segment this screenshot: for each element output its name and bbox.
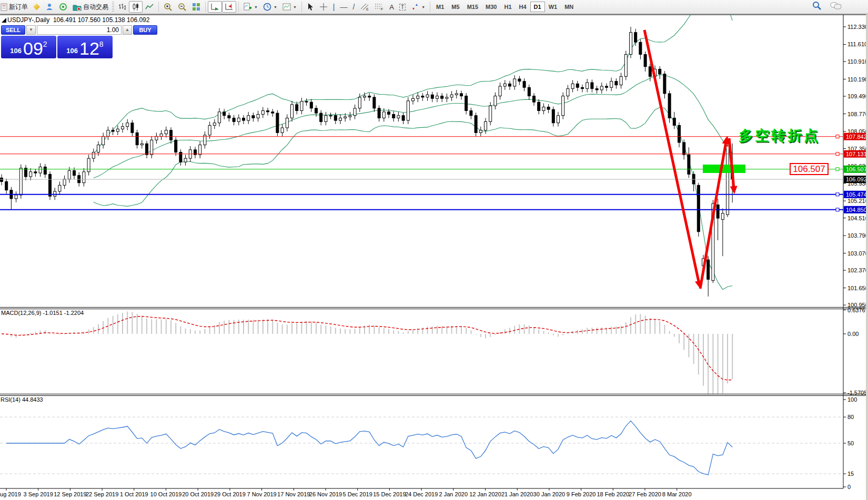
svg-text:2 Jan 2020: 2 Jan 2020 <box>439 491 468 497</box>
price-axis[interactable]: 112.330111.610110.910110.190109.490108.7… <box>843 24 868 490</box>
periods-button[interactable]: ▼ <box>260 1 280 13</box>
svg-text:20 Oct 2019: 20 Oct 2019 <box>182 491 214 497</box>
trendline-button[interactable]: / <box>350 1 357 13</box>
buy-price-tile[interactable]: 106 12 8 <box>57 36 113 58</box>
new-order-button[interactable]: 新订单 <box>0 1 31 13</box>
arrows-button[interactable]: ▼ <box>408 1 428 13</box>
timeframe-d1[interactable]: D1 <box>530 2 545 12</box>
new-order-icon <box>1 3 7 11</box>
svg-text:26 Nov 2019: 26 Nov 2019 <box>309 491 342 497</box>
crosshair-button[interactable] <box>317 1 330 13</box>
zoom-out-button[interactable] <box>175 1 189 13</box>
svg-text:110.910: 110.910 <box>847 58 868 65</box>
buy-price-small: 106 <box>66 47 78 55</box>
indicators-button[interactable]: ▼ <box>241 1 260 13</box>
new-order-label: 新订单 <box>9 3 28 12</box>
toolbar-separator <box>301 2 302 12</box>
horizontal-line-button[interactable]: — <box>337 1 350 13</box>
highlight-rect[interactable] <box>703 165 745 173</box>
svg-text:30 Jan 2020: 30 Jan 2020 <box>533 491 566 497</box>
toolbar-group-handle[interactable] <box>112 2 114 12</box>
text-button[interactable]: A <box>387 1 397 13</box>
arrows-shapes-icon <box>411 3 419 11</box>
timeframe-w1[interactable]: W1 <box>545 2 561 12</box>
timeframe-m1[interactable]: M1 <box>432 2 448 12</box>
timeframe-h1[interactable]: H1 <box>500 2 515 12</box>
svg-text:12 Jan 2020: 12 Jan 2020 <box>469 491 501 497</box>
svg-text:104.510: 104.510 <box>847 215 868 221</box>
svg-text:80: 80 <box>847 414 854 420</box>
timeframe-mn[interactable]: MN <box>561 2 577 12</box>
sell-button[interactable]: SELL <box>1 25 25 35</box>
sell-price-small: 106 <box>10 47 22 55</box>
sell-price-tile[interactable]: 106 09 2 <box>1 36 56 58</box>
svg-text:F: F <box>381 7 383 11</box>
text-label-button[interactable]: T <box>397 1 408 13</box>
svg-text:10 Oct 2019: 10 Oct 2019 <box>150 491 182 497</box>
turning-point-annotation[interactable]: 多空转折点 <box>739 126 820 145</box>
svg-text:103.070: 103.070 <box>847 250 868 257</box>
svg-text:12 Sep 2019: 12 Sep 2019 <box>54 491 86 497</box>
timeframe-m5[interactable]: M5 <box>448 2 463 12</box>
bar-chart-button[interactable] <box>115 1 129 13</box>
candlestick-chart-button[interactable] <box>129 1 143 13</box>
channel-button[interactable]: E <box>357 1 372 13</box>
sell-price-big: 09 <box>23 40 43 57</box>
price-level-label[interactable]: 106.507 <box>790 163 829 175</box>
timeframe-m30[interactable]: M30 <box>482 2 500 12</box>
pane-separator-rsi[interactable] <box>0 394 868 394</box>
volume-down-button[interactable]: ▼ <box>26 25 36 35</box>
volume-input[interactable] <box>37 25 122 35</box>
rsi-indicator-label: RSI(14) 44.8433 <box>1 396 43 403</box>
chat-icon[interactable] <box>830 2 842 10</box>
autotrading-label: 自动交易 <box>83 3 108 12</box>
chart-canvas[interactable]: 112.330111.610110.910110.190109.490108.7… <box>0 14 868 500</box>
svg-text:0.6376: 0.6376 <box>847 307 865 313</box>
vertical-line-icon: | <box>333 3 335 11</box>
autoscroll-button[interactable] <box>208 1 222 13</box>
timeframe-m15[interactable]: M15 <box>463 2 482 12</box>
toolbar: 新订单 自动交易 ▼ ▼ ▼ <box>0 0 868 14</box>
toolbar-separator <box>205 2 206 12</box>
search-icon[interactable] <box>812 1 822 11</box>
svg-text:1 Oct 2019: 1 Oct 2019 <box>120 491 148 497</box>
zoom-in-button[interactable] <box>161 1 175 13</box>
cursor-button[interactable] <box>304 1 317 13</box>
tile-windows-button[interactable] <box>189 1 203 13</box>
autotrading-icon <box>73 3 82 11</box>
volume-up-button[interactable]: ▲ <box>123 25 132 35</box>
svg-text:106.092: 106.092 <box>846 176 867 182</box>
signals-button[interactable] <box>56 1 70 13</box>
timeframe-h4[interactable]: H4 <box>516 2 530 12</box>
buy-price-big: 12 <box>79 40 99 57</box>
svg-text:105.210: 105.210 <box>847 198 868 204</box>
pane-separator-rsi-2 <box>0 395 868 396</box>
bar-chart-icon <box>118 3 126 11</box>
svg-text:15 Dec 2019: 15 Dec 2019 <box>373 491 406 497</box>
svg-text:5 Aug 2019: 5 Aug 2019 <box>0 491 21 497</box>
vertical-line-button[interactable]: | <box>330 1 338 13</box>
svg-text:17 Nov 2019: 17 Nov 2019 <box>277 491 310 497</box>
community-button[interactable] <box>43 1 56 13</box>
chart-shift-button[interactable] <box>222 1 236 13</box>
autotrading-button[interactable]: 自动交易 <box>70 1 111 13</box>
templates-button[interactable]: ▼ <box>280 1 299 13</box>
chart-window[interactable]: 112.330111.610110.910110.190109.490108.7… <box>0 14 868 500</box>
market-depth-button[interactable] <box>31 1 43 13</box>
svg-text:107.131: 107.131 <box>846 151 867 157</box>
svg-text:22 Sep 2019: 22 Sep 2019 <box>86 491 118 497</box>
svg-text:15: 15 <box>847 471 854 477</box>
svg-text:E: E <box>366 7 369 11</box>
trend-arrows[interactable] <box>644 30 738 289</box>
svg-text:104.850: 104.850 <box>846 207 867 213</box>
line-chart-button[interactable] <box>143 1 156 13</box>
svg-text:9 Feb 2020: 9 Feb 2020 <box>567 491 596 497</box>
svg-text:109.490: 109.490 <box>847 93 868 99</box>
pane-separator-macd[interactable] <box>0 307 868 308</box>
fibonacci-button[interactable]: F <box>372 1 387 13</box>
date-axis[interactable]: 5 Aug 20193 Sep 201912 Sep 201922 Sep 20… <box>0 488 692 497</box>
trendline-icon: / <box>352 3 355 11</box>
buy-button[interactable]: BUY <box>133 25 157 35</box>
svg-text:50: 50 <box>847 440 854 446</box>
toolbar-separator <box>158 2 159 12</box>
